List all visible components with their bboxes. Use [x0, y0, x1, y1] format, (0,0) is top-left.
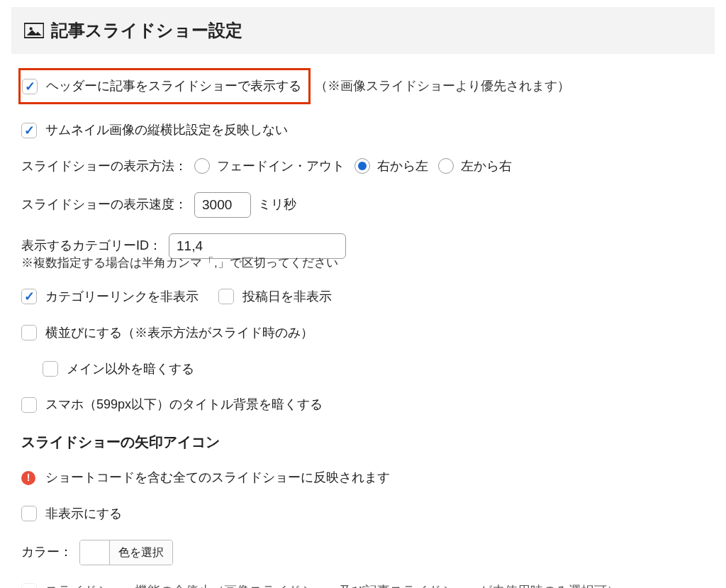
color-swatch[interactable] [80, 540, 110, 565]
stop-all-row: スライドショー機能の全停止（画像スライドショー及び記事スライドショーが未使用時の… [21, 581, 705, 588]
arrow-heading: スライドショーの矢印アイコン [21, 431, 705, 453]
horizontal-checkbox[interactable] [21, 325, 37, 340]
section-title: 記事スライドショー設定 [51, 17, 242, 44]
header-slideshow-note: （※画像スライドショーより優先されます） [315, 76, 570, 96]
aspect-label: サムネイル画像の縦横比設定を反映しない [45, 120, 288, 140]
method-row: スライドショーの表示方法： フェードイン・アウト 右から左 左から右 [21, 156, 705, 177]
hide-category-link-checkbox[interactable] [21, 289, 37, 304]
darken-sp-label: スマホ（599px以下）のタイトル背景を暗くする [45, 394, 323, 415]
method-option-1: 右から左 [377, 156, 428, 177]
arrow-warn-row: ! ショートコードを含む全てのスライドショーに反映されます [21, 467, 705, 488]
aspect-row: サムネイル画像の縦横比設定を反映しない [21, 120, 705, 140]
method-radio-fade[interactable] [194, 158, 210, 174]
image-icon [24, 23, 44, 38]
speed-unit: ミリ秒 [258, 194, 296, 215]
hide-date-checkbox[interactable] [218, 289, 234, 304]
method-label: スライドショーの表示方法： [21, 156, 187, 177]
method-option-2: 左から右 [461, 156, 512, 177]
darken-non-main-label: メイン以外を暗くする [67, 359, 194, 379]
svg-rect-0 [24, 23, 44, 38]
method-option-0: フェードイン・アウト [217, 156, 345, 177]
aspect-checkbox[interactable] [21, 123, 37, 138]
arrow-warn-text: ショートコードを含む全てのスライドショーに反映されます [45, 467, 390, 488]
hide-options-row: カテゴリーリンクを非表示 投稿日を非表示 [21, 287, 705, 307]
arrow-color-label: カラー： [21, 542, 72, 562]
arrow-hide-label: 非表示にする [45, 504, 122, 524]
hide-date-label: 投稿日を非表示 [242, 287, 332, 307]
color-picker: 色を選択 [79, 540, 173, 565]
svg-point-2 [30, 27, 33, 30]
category-id-help: ※複数指定する場合は半角カンマ「,」で区切ってください [21, 253, 705, 272]
header-slideshow-row: ヘッダーに記事をスライドショーで表示する （※画像スライドショーより優先されます… [21, 68, 705, 104]
method-radio-ltr[interactable] [438, 158, 454, 174]
horizontal-row: 横並びにする（※表示方法がスライド時のみ） [21, 323, 705, 343]
header-slideshow-label: ヘッダーに記事をスライドショーで表示する [46, 76, 301, 96]
speed-input[interactable] [194, 192, 251, 218]
darken-sp-row: スマホ（599px以下）のタイトル背景を暗くする [21, 394, 705, 415]
darken-sp-checkbox[interactable] [21, 397, 37, 413]
warning-icon: ! [21, 471, 35, 485]
darken-non-main-checkbox[interactable] [43, 361, 58, 377]
stop-all-checkbox[interactable] [21, 583, 37, 588]
speed-label: スライドショーの表示速度： [21, 194, 187, 215]
horizontal-label: 横並びにする（※表示方法がスライド時のみ） [45, 323, 313, 343]
arrow-color-row: カラー： 色を選択 [21, 540, 705, 565]
color-select-button[interactable]: 色を選択 [110, 540, 172, 565]
highlighted-option: ヘッダーに記事をスライドショーで表示する [18, 68, 311, 104]
stop-all-label: スライドショー機能の全停止（画像スライドショー及び記事スライドショーが未使用時の… [45, 581, 620, 588]
svg-marker-3 [27, 30, 42, 35]
arrow-hide-checkbox[interactable] [21, 506, 37, 521]
section-header: 記事スライドショー設定 [11, 7, 715, 54]
arrow-hide-row: 非表示にする [21, 504, 705, 524]
darken-non-main-row: メイン以外を暗くする [21, 359, 705, 379]
header-slideshow-checkbox[interactable] [22, 79, 38, 94]
speed-row: スライドショーの表示速度： ミリ秒 [21, 192, 705, 218]
method-radio-rtl[interactable] [354, 158, 370, 174]
hide-category-link-label: カテゴリーリンクを非表示 [45, 287, 199, 307]
